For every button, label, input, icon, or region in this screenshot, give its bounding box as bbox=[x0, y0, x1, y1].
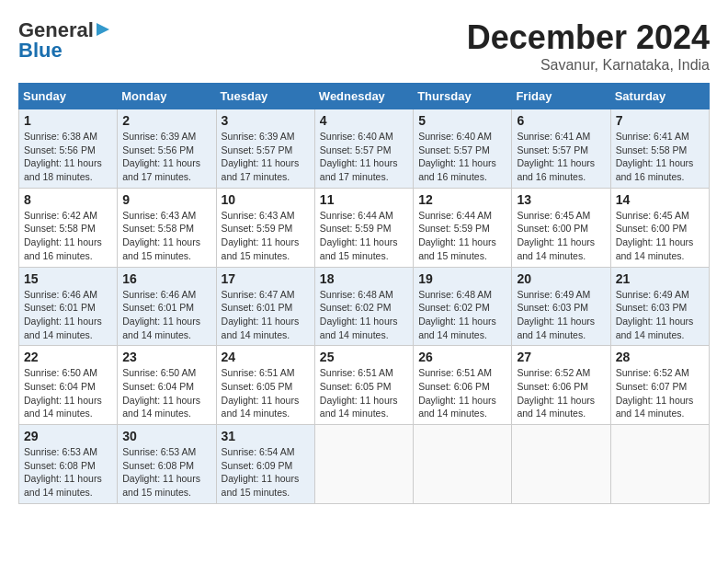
day-number: 29 bbox=[24, 429, 112, 443]
calendar-day-cell: 27 Sunrise: 6:52 AMSunset: 6:06 PMDaylig… bbox=[512, 346, 610, 425]
day-number: 14 bbox=[616, 192, 704, 207]
day-info: Sunrise: 6:46 AMSunset: 6:01 PMDaylight:… bbox=[122, 289, 200, 340]
day-info: Sunrise: 6:49 AMSunset: 6:03 PMDaylight:… bbox=[517, 289, 595, 340]
day-info: Sunrise: 6:38 AMSunset: 5:56 PMDaylight:… bbox=[24, 131, 102, 182]
day-number: 20 bbox=[517, 271, 605, 286]
day-info: Sunrise: 6:51 AMSunset: 6:05 PMDaylight:… bbox=[222, 367, 300, 419]
day-number: 10 bbox=[222, 192, 310, 207]
day-number: 9 bbox=[122, 192, 210, 207]
calendar-day-cell: 10 Sunrise: 6:43 AMSunset: 5:59 PMDaylig… bbox=[216, 188, 314, 267]
page-header: General Blue December 2024 Savanur, Karn… bbox=[18, 18, 710, 74]
day-of-week-header: Tuesday bbox=[216, 84, 314, 109]
calendar-day-cell: 26 Sunrise: 6:51 AMSunset: 6:06 PMDaylig… bbox=[414, 346, 512, 425]
calendar-day-cell: 6 Sunrise: 6:41 AMSunset: 5:57 PMDayligh… bbox=[512, 109, 610, 189]
day-number: 24 bbox=[222, 350, 310, 364]
day-info: Sunrise: 6:51 AMSunset: 6:06 PMDaylight:… bbox=[418, 367, 496, 419]
calendar-day-cell: 18 Sunrise: 6:48 AMSunset: 6:02 PMDaylig… bbox=[314, 267, 413, 346]
calendar-day-cell bbox=[314, 425, 413, 504]
day-number: 4 bbox=[320, 113, 408, 128]
calendar-day-cell: 14 Sunrise: 6:45 AMSunset: 6:00 PMDaylig… bbox=[610, 188, 709, 267]
day-number: 3 bbox=[222, 113, 310, 128]
calendar-week-row: 15 Sunrise: 6:46 AMSunset: 6:01 PMDaylig… bbox=[19, 267, 710, 346]
calendar-day-cell: 15 Sunrise: 6:46 AMSunset: 6:01 PMDaylig… bbox=[19, 267, 118, 346]
calendar-day-cell bbox=[414, 425, 512, 504]
calendar-table: SundayMondayTuesdayWednesdayThursdayFrid… bbox=[18, 83, 710, 504]
day-info: Sunrise: 6:54 AMSunset: 6:09 PMDaylight:… bbox=[222, 446, 300, 498]
day-info: Sunrise: 6:48 AMSunset: 6:02 PMDaylight:… bbox=[418, 289, 496, 340]
day-number: 15 bbox=[24, 271, 112, 286]
calendar-day-cell: 17 Sunrise: 6:47 AMSunset: 6:01 PMDaylig… bbox=[216, 267, 314, 346]
day-number: 22 bbox=[24, 350, 112, 364]
day-info: Sunrise: 6:52 AMSunset: 6:06 PMDaylight:… bbox=[517, 367, 595, 419]
day-info: Sunrise: 6:44 AMSunset: 5:59 PMDaylight:… bbox=[418, 210, 496, 261]
day-number: 1 bbox=[24, 113, 112, 128]
calendar-day-cell: 4 Sunrise: 6:40 AMSunset: 5:57 PMDayligh… bbox=[314, 109, 413, 189]
day-number: 7 bbox=[616, 113, 704, 128]
day-info: Sunrise: 6:45 AMSunset: 6:00 PMDaylight:… bbox=[517, 210, 595, 261]
day-of-week-header: Thursday bbox=[414, 84, 512, 109]
day-of-week-header: Monday bbox=[118, 84, 216, 109]
day-info: Sunrise: 6:52 AMSunset: 6:07 PMDaylight:… bbox=[616, 367, 694, 419]
calendar-day-cell: 8 Sunrise: 6:42 AMSunset: 5:58 PMDayligh… bbox=[19, 188, 118, 267]
day-number: 28 bbox=[616, 350, 704, 364]
day-info: Sunrise: 6:50 AMSunset: 6:04 PMDaylight:… bbox=[122, 367, 200, 419]
day-number: 21 bbox=[616, 271, 704, 286]
calendar-day-cell: 28 Sunrise: 6:52 AMSunset: 6:07 PMDaylig… bbox=[610, 346, 709, 425]
calendar-day-cell: 9 Sunrise: 6:43 AMSunset: 5:58 PMDayligh… bbox=[118, 188, 216, 267]
calendar-day-cell: 29 Sunrise: 6:53 AMSunset: 6:08 PMDaylig… bbox=[19, 425, 118, 504]
location: Savanur, Karnataka, India bbox=[467, 57, 710, 74]
day-number: 25 bbox=[320, 350, 408, 364]
day-info: Sunrise: 6:40 AMSunset: 5:57 PMDaylight:… bbox=[320, 131, 398, 182]
calendar-week-row: 22 Sunrise: 6:50 AMSunset: 6:04 PMDaylig… bbox=[19, 346, 710, 425]
calendar-day-cell: 23 Sunrise: 6:50 AMSunset: 6:04 PMDaylig… bbox=[118, 346, 216, 425]
logo-arrow-icon bbox=[95, 21, 111, 38]
day-info: Sunrise: 6:39 AMSunset: 5:56 PMDaylight:… bbox=[122, 131, 200, 182]
day-number: 31 bbox=[222, 429, 310, 443]
calendar-day-cell: 2 Sunrise: 6:39 AMSunset: 5:56 PMDayligh… bbox=[118, 109, 216, 189]
day-of-week-header: Saturday bbox=[610, 84, 709, 109]
calendar-day-cell: 11 Sunrise: 6:44 AMSunset: 5:59 PMDaylig… bbox=[314, 188, 413, 267]
calendar-day-cell: 16 Sunrise: 6:46 AMSunset: 6:01 PMDaylig… bbox=[118, 267, 216, 346]
day-number: 19 bbox=[418, 271, 506, 286]
calendar-header-row: SundayMondayTuesdayWednesdayThursdayFrid… bbox=[19, 84, 710, 109]
day-info: Sunrise: 6:43 AMSunset: 5:59 PMDaylight:… bbox=[222, 210, 300, 261]
calendar-day-cell bbox=[512, 425, 610, 504]
calendar-day-cell: 7 Sunrise: 6:41 AMSunset: 5:58 PMDayligh… bbox=[610, 109, 709, 189]
day-of-week-header: Friday bbox=[512, 84, 610, 109]
day-info: Sunrise: 6:39 AMSunset: 5:57 PMDaylight:… bbox=[222, 131, 300, 182]
calendar-day-cell: 22 Sunrise: 6:50 AMSunset: 6:04 PMDaylig… bbox=[19, 346, 118, 425]
day-number: 6 bbox=[517, 113, 605, 128]
day-number: 26 bbox=[418, 350, 506, 364]
day-number: 12 bbox=[418, 192, 506, 207]
day-info: Sunrise: 6:41 AMSunset: 5:58 PMDaylight:… bbox=[616, 131, 694, 182]
calendar-day-cell: 31 Sunrise: 6:54 AMSunset: 6:09 PMDaylig… bbox=[216, 425, 314, 504]
calendar-day-cell bbox=[610, 425, 709, 504]
day-of-week-header: Wednesday bbox=[314, 84, 413, 109]
day-info: Sunrise: 6:53 AMSunset: 6:08 PMDaylight:… bbox=[24, 446, 102, 498]
day-number: 23 bbox=[122, 350, 210, 364]
title-area: December 2024 Savanur, Karnataka, India bbox=[467, 18, 710, 74]
day-number: 18 bbox=[320, 271, 408, 286]
logo-blue: Blue bbox=[18, 39, 63, 63]
day-info: Sunrise: 6:51 AMSunset: 6:05 PMDaylight:… bbox=[320, 367, 398, 419]
calendar-day-cell: 30 Sunrise: 6:53 AMSunset: 6:08 PMDaylig… bbox=[118, 425, 216, 504]
day-info: Sunrise: 6:42 AMSunset: 5:58 PMDaylight:… bbox=[24, 210, 102, 261]
calendar-week-row: 8 Sunrise: 6:42 AMSunset: 5:58 PMDayligh… bbox=[19, 188, 710, 267]
calendar-day-cell: 1 Sunrise: 6:38 AMSunset: 5:56 PMDayligh… bbox=[19, 109, 118, 189]
calendar-week-row: 29 Sunrise: 6:53 AMSunset: 6:08 PMDaylig… bbox=[19, 425, 710, 504]
day-info: Sunrise: 6:46 AMSunset: 6:01 PMDaylight:… bbox=[24, 289, 102, 340]
calendar-day-cell: 19 Sunrise: 6:48 AMSunset: 6:02 PMDaylig… bbox=[414, 267, 512, 346]
svg-marker-0 bbox=[97, 23, 109, 36]
day-number: 11 bbox=[320, 192, 408, 207]
day-info: Sunrise: 6:40 AMSunset: 5:57 PMDaylight:… bbox=[418, 131, 496, 182]
day-info: Sunrise: 6:49 AMSunset: 6:03 PMDaylight:… bbox=[616, 289, 694, 340]
day-info: Sunrise: 6:48 AMSunset: 6:02 PMDaylight:… bbox=[320, 289, 398, 340]
calendar-day-cell: 12 Sunrise: 6:44 AMSunset: 5:59 PMDaylig… bbox=[414, 188, 512, 267]
calendar-week-row: 1 Sunrise: 6:38 AMSunset: 5:56 PMDayligh… bbox=[19, 109, 710, 189]
day-of-week-header: Sunday bbox=[19, 84, 118, 109]
day-info: Sunrise: 6:45 AMSunset: 6:00 PMDaylight:… bbox=[616, 210, 694, 261]
calendar-day-cell: 3 Sunrise: 6:39 AMSunset: 5:57 PMDayligh… bbox=[216, 109, 314, 189]
day-number: 8 bbox=[24, 192, 112, 207]
month-title: December 2024 bbox=[467, 18, 710, 57]
day-info: Sunrise: 6:44 AMSunset: 5:59 PMDaylight:… bbox=[320, 210, 398, 261]
